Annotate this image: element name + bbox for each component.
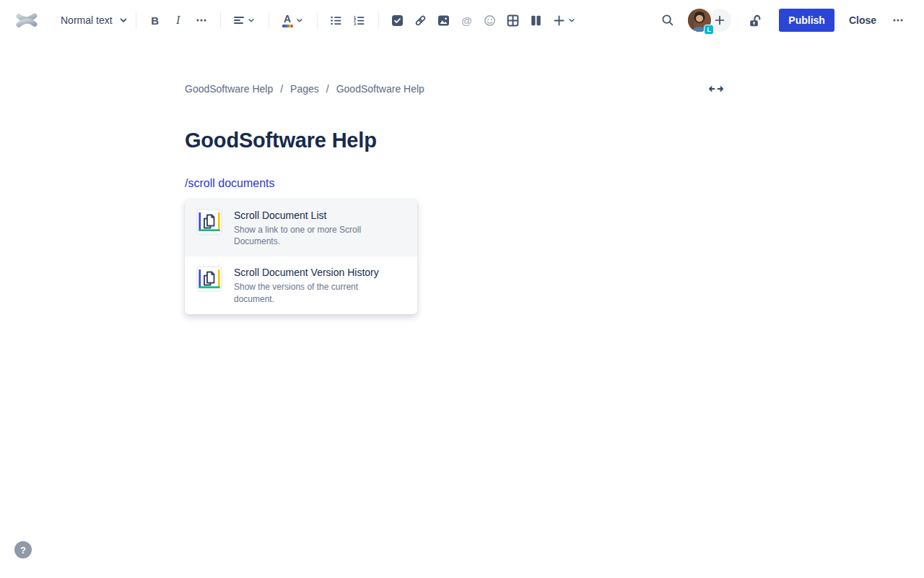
restrictions-button[interactable] <box>743 9 766 32</box>
autocomplete-item-scroll-document-version-history[interactable]: Scroll Document Version History Show the… <box>185 256 417 314</box>
chevron-down-icon <box>295 16 304 25</box>
text-style-label: Normal text <box>61 14 113 26</box>
align-icon <box>233 14 245 26</box>
question-icon: ? <box>20 545 26 556</box>
mention-icon: @ <box>461 14 472 27</box>
task-list-button[interactable] <box>386 9 409 32</box>
link-button[interactable] <box>409 9 432 32</box>
publish-button[interactable]: Publish <box>779 9 834 32</box>
breadcrumb: GoodSoftware Help / Pages / GoodSoftware… <box>185 83 424 95</box>
table-icon <box>507 14 519 27</box>
slash-command-text: /scroll documents <box>185 177 275 189</box>
scroll-document-icon <box>196 266 222 292</box>
layouts-icon <box>530 14 542 27</box>
user-avatar[interactable]: L <box>687 7 712 33</box>
close-button[interactable]: Close <box>845 10 881 30</box>
expand-icon <box>707 83 725 95</box>
autocomplete-menu: Scroll Document List Show a link to one … <box>185 199 417 314</box>
chevron-down-icon <box>118 15 128 25</box>
bold-icon: B <box>151 14 159 27</box>
more-formatting-button[interactable] <box>190 9 213 32</box>
autocomplete-item-description: Show the versions of the current documen… <box>234 281 384 304</box>
avatar-badge: L <box>704 25 714 35</box>
image-button[interactable] <box>432 9 456 32</box>
bullet-list-button[interactable] <box>325 9 348 32</box>
unlock-icon <box>748 14 762 27</box>
layouts-button[interactable] <box>525 9 548 32</box>
help-button[interactable]: ? <box>14 541 32 558</box>
chevron-down-icon <box>247 16 256 25</box>
chevron-down-icon <box>567 16 576 25</box>
breadcrumb-separator: / <box>326 83 329 95</box>
table-button[interactable] <box>502 9 525 32</box>
image-icon <box>437 14 450 27</box>
toolbar-divider <box>317 12 318 29</box>
scroll-document-icon <box>196 209 222 235</box>
more-icon <box>892 14 904 26</box>
editor-content[interactable]: /scroll documents <box>185 177 275 190</box>
italic-button[interactable]: I <box>167 9 190 32</box>
numbered-list-button[interactable]: 1 2 3 <box>348 9 371 32</box>
emoji-icon <box>484 14 496 27</box>
text-color-button[interactable]: A <box>276 9 310 32</box>
autocomplete-item-scroll-document-list[interactable]: Scroll Document List Show a link to one … <box>185 199 417 256</box>
breadcrumb-pages-link[interactable]: Pages <box>290 83 319 95</box>
breadcrumb-separator: / <box>280 83 283 95</box>
confluence-logo-icon <box>16 9 38 31</box>
expand-width-button[interactable] <box>705 79 728 98</box>
page-title[interactable]: GoodSoftware Help <box>185 129 377 152</box>
task-list-icon <box>391 14 404 27</box>
alignment-button[interactable] <box>228 9 261 32</box>
more-icon <box>196 14 207 26</box>
search-icon <box>661 14 674 27</box>
toolbar-divider <box>269 12 269 29</box>
plus-icon <box>714 14 725 26</box>
toolbar-divider <box>378 12 379 29</box>
search-button[interactable] <box>656 9 679 32</box>
autocomplete-item-description: Show a link to one or more Scroll Docume… <box>234 224 384 247</box>
editor-toolbar: Normal text B I A <box>0 0 924 40</box>
link-icon <box>414 14 427 27</box>
plus-icon <box>553 14 565 27</box>
emoji-button[interactable] <box>479 9 502 32</box>
svg-text:3: 3 <box>354 21 356 25</box>
bold-button[interactable]: B <box>144 9 167 32</box>
text-color-icon: A <box>282 14 293 27</box>
toolbar-divider <box>220 12 221 29</box>
autocomplete-item-title: Scroll Document List <box>234 210 384 221</box>
italic-icon: I <box>176 14 180 27</box>
text-style-dropdown[interactable]: Normal text <box>61 9 128 32</box>
insert-menu-button[interactable] <box>548 9 581 32</box>
more-actions-button[interactable] <box>886 9 910 32</box>
breadcrumb-space-link[interactable]: GoodSoftware Help <box>185 83 273 95</box>
autocomplete-item-title: Scroll Document Version History <box>234 267 384 278</box>
bullet-list-icon <box>330 14 342 27</box>
toolbar-divider <box>136 12 136 29</box>
breadcrumb-page-link[interactable]: GoodSoftware Help <box>336 83 424 95</box>
numbered-list-icon: 1 2 3 <box>353 14 365 27</box>
mention-button[interactable]: @ <box>456 9 479 32</box>
